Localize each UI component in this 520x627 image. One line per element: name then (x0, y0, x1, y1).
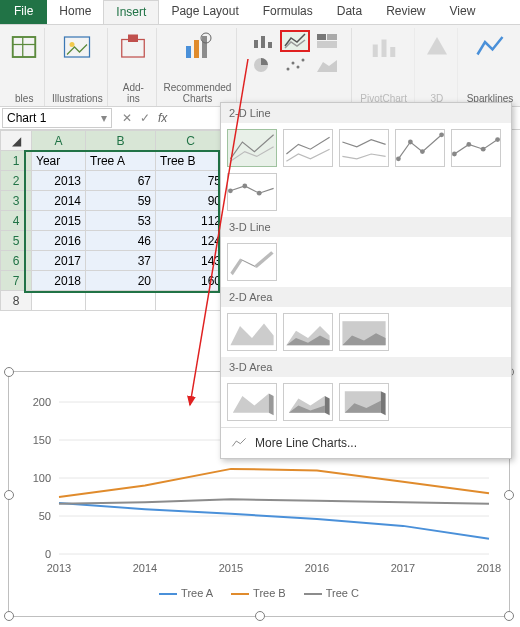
legend-tree-c[interactable]: Tree C (304, 587, 359, 599)
svg-rect-23 (372, 45, 377, 58)
chart-legend[interactable]: Tree A Tree B Tree C (9, 585, 509, 603)
insert-surface-chart-button[interactable] (312, 54, 342, 76)
insert-column-chart-button[interactable] (248, 30, 278, 52)
tab-page-layout[interactable]: Page Layout (159, 0, 250, 24)
svg-point-21 (301, 59, 304, 62)
svg-text:200: 200 (33, 396, 51, 408)
sparklines-icon[interactable] (475, 30, 505, 64)
svg-marker-50 (325, 396, 330, 415)
thumb-100-stacked-line-markers[interactable] (227, 173, 277, 211)
row-header-3[interactable]: 3 (1, 191, 32, 211)
col-header-b[interactable]: B (86, 131, 156, 151)
svg-point-28 (408, 140, 413, 145)
svg-marker-46 (233, 394, 269, 413)
select-all-corner[interactable]: ◢ (1, 131, 32, 151)
cell[interactable]: 2015 (32, 211, 86, 231)
cell[interactable]: 2017 (32, 251, 86, 271)
svg-text:0: 0 (45, 548, 51, 560)
insert-line-chart-button[interactable] (280, 30, 310, 52)
svg-rect-8 (194, 40, 199, 58)
svg-marker-40 (254, 251, 273, 268)
thumb-stacked-area[interactable] (283, 313, 333, 351)
thumb-line-markers[interactable] (395, 129, 445, 167)
tab-view[interactable]: View (438, 0, 488, 24)
row-header-6[interactable]: 6 (1, 251, 32, 271)
row-header-4[interactable]: 4 (1, 211, 32, 231)
cell[interactable]: 143 (156, 251, 226, 271)
thumb-3d-stacked-area[interactable] (283, 383, 333, 421)
group-illustrations: Illustrations (47, 28, 108, 106)
row-header-2[interactable]: 2 (1, 171, 32, 191)
cell[interactable]: 59 (86, 191, 156, 211)
cancel-icon[interactable]: ✕ (122, 111, 132, 125)
addins-icon[interactable] (118, 30, 148, 64)
row-header-1[interactable]: 1 (1, 151, 32, 171)
tab-home[interactable]: Home (47, 0, 103, 24)
cell[interactable]: 75 (156, 171, 226, 191)
thumb-stacked-line-markers[interactable] (451, 129, 501, 167)
cell[interactable]: 90 (156, 191, 226, 211)
group-tables: bles (4, 28, 45, 106)
insert-scatter-chart-button[interactable] (280, 54, 310, 76)
tab-file[interactable]: File (0, 0, 47, 24)
svg-marker-38 (230, 258, 242, 275)
thumb-3d-line[interactable] (227, 243, 277, 281)
cell[interactable]: 67 (86, 171, 156, 191)
svg-rect-14 (317, 34, 326, 40)
svg-marker-22 (317, 60, 337, 72)
cell[interactable]: 2016 (32, 231, 86, 251)
group-recommended-charts-label: Recommended Charts (164, 82, 232, 104)
cell[interactable]: 37 (86, 251, 156, 271)
cell[interactable]: Tree A (86, 151, 156, 171)
group-pivotchart: PivotChart (354, 28, 415, 106)
gallery-section-2d-line: 2-D Line (221, 103, 511, 123)
tab-review[interactable]: Review (374, 0, 437, 24)
cell[interactable]: Year (32, 151, 86, 171)
recommended-charts-icon[interactable] (182, 30, 212, 64)
thumb-100-stacked-line[interactable] (339, 129, 389, 167)
illustrations-icon[interactable] (62, 30, 92, 64)
cell[interactable]: 2013 (32, 171, 86, 191)
cell[interactable]: 124 (156, 231, 226, 251)
enter-icon[interactable]: ✓ (140, 111, 150, 125)
col-header-c[interactable]: C (156, 131, 226, 151)
cell[interactable]: 160 (156, 271, 226, 291)
chevron-down-icon[interactable]: ▾ (101, 111, 107, 125)
svg-rect-16 (317, 41, 337, 48)
col-header-a[interactable]: A (32, 131, 86, 151)
svg-point-20 (296, 66, 299, 69)
svg-marker-53 (381, 391, 386, 415)
row-header-8[interactable]: 8 (1, 291, 32, 311)
more-line-charts[interactable]: More Line Charts... (221, 427, 511, 458)
thumb-3d-area[interactable] (227, 383, 277, 421)
cell[interactable]: 46 (86, 231, 156, 251)
cell[interactable]: 112 (156, 211, 226, 231)
thumb-100-stacked-area[interactable] (339, 313, 389, 351)
thumb-area[interactable] (227, 313, 277, 351)
tab-insert[interactable]: Insert (103, 0, 159, 24)
cell[interactable]: 2014 (32, 191, 86, 211)
thumb-line[interactable] (227, 129, 277, 167)
thumb-stacked-line[interactable] (283, 129, 333, 167)
svg-marker-41 (230, 324, 273, 346)
row-header-7[interactable]: 7 (1, 271, 32, 291)
cell[interactable]: 2018 (32, 271, 86, 291)
tables-icon[interactable] (9, 30, 39, 64)
svg-point-37 (257, 191, 262, 196)
svg-rect-15 (327, 34, 337, 40)
group-illustrations-label: Illustrations (52, 93, 103, 104)
tab-data[interactable]: Data (325, 0, 374, 24)
cell[interactable]: Tree B (156, 151, 226, 171)
tab-formulas[interactable]: Formulas (251, 0, 325, 24)
row-header-5[interactable]: 5 (1, 231, 32, 251)
cell[interactable]: 20 (86, 271, 156, 291)
insert-pie-chart-button[interactable] (248, 54, 278, 76)
cell[interactable]: 53 (86, 211, 156, 231)
svg-text:2017: 2017 (391, 562, 415, 574)
thumb-3d-100-stacked-area[interactable] (339, 383, 389, 421)
svg-text:2016: 2016 (305, 562, 329, 574)
legend-tree-a[interactable]: Tree A (159, 587, 213, 599)
insert-hierarchy-chart-button[interactable] (312, 30, 342, 52)
legend-tree-b[interactable]: Tree B (231, 587, 286, 599)
name-box[interactable]: Chart 1 ▾ (2, 108, 112, 128)
